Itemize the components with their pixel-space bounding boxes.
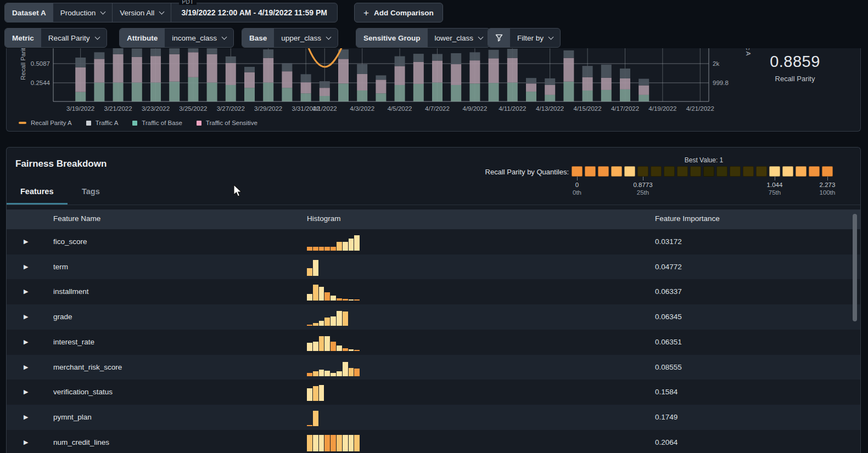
traffic-bar-segment[interactable]: [169, 82, 180, 101]
add-comparison-button[interactable]: + Add Comparison: [354, 3, 443, 22]
traffic-bar-segment[interactable]: [639, 86, 649, 95]
traffic-bar-segment[interactable]: [132, 48, 142, 57]
traffic-bar-segment[interactable]: [395, 66, 405, 85]
traffic-bar-segment[interactable]: [320, 88, 330, 96]
sensitive-dropdown[interactable]: lower_class: [428, 29, 490, 47]
traffic-bar-segment[interactable]: [244, 88, 255, 101]
traffic-bar-segment[interactable]: [451, 85, 461, 101]
row-expand-icon[interactable]: ▶: [24, 338, 31, 346]
traffic-bar-segment[interactable]: [320, 96, 330, 101]
traffic-bar-segment[interactable]: [301, 82, 311, 93]
quantile-square[interactable]: [822, 166, 833, 177]
traffic-bar-segment[interactable]: [244, 72, 255, 88]
environment-dropdown[interactable]: Production: [53, 3, 113, 22]
traffic-bar-segment[interactable]: [150, 83, 161, 102]
traffic-bar-segment[interactable]: [620, 78, 630, 89]
traffic-bar-segment[interactable]: [489, 50, 499, 59]
quantile-square[interactable]: [730, 166, 741, 177]
traffic-bar-segment[interactable]: [432, 60, 443, 82]
traffic-bar-segment[interactable]: [188, 77, 198, 101]
traffic-bar-segment[interactable]: [507, 49, 518, 58]
traffic-bar-segment[interactable]: [545, 78, 555, 85]
traffic-bar-segment[interactable]: [563, 82, 574, 101]
traffic-bar-segment[interactable]: [563, 50, 574, 58]
traffic-bar-segment[interactable]: [620, 89, 630, 101]
traffic-bar-segment[interactable]: [583, 77, 593, 90]
traffic-bar-segment[interactable]: [601, 65, 612, 78]
quantile-square[interactable]: [809, 166, 820, 177]
traffic-bar-segment[interactable]: [282, 71, 292, 88]
traffic-bar-segment[interactable]: [545, 95, 555, 101]
traffic-bar-segment[interactable]: [338, 59, 349, 83]
tab-tags[interactable]: Tags: [82, 187, 100, 196]
traffic-bar-segment[interactable]: [376, 75, 386, 80]
quantile-square[interactable]: [769, 166, 780, 177]
tab-features[interactable]: Features: [20, 187, 53, 196]
traffic-bar-segment[interactable]: [113, 54, 124, 83]
traffic-bar-segment[interactable]: [94, 52, 104, 59]
traffic-bar-segment[interactable]: [150, 56, 161, 82]
traffic-bar-segment[interactable]: [563, 58, 574, 82]
version-dropdown[interactable]: Version All: [113, 3, 171, 22]
traffic-bar-segment[interactable]: [432, 83, 443, 102]
traffic-bar-segment[interactable]: [526, 92, 536, 101]
traffic-bar-segment[interactable]: [207, 54, 217, 83]
traffic-bar-segment[interactable]: [545, 85, 555, 95]
traffic-bar-segment[interactable]: [263, 58, 273, 83]
traffic-bar-segment[interactable]: [395, 56, 405, 66]
traffic-bar-segment[interactable]: [263, 83, 273, 102]
traffic-bar-segment[interactable]: [639, 79, 649, 86]
quantile-square[interactable]: [664, 166, 675, 177]
quantile-square[interactable]: [585, 166, 596, 177]
feature-row-term[interactable]: ▶term0.04772: [7, 254, 861, 280]
traffic-bar-segment[interactable]: [226, 85, 236, 101]
feature-row-interest_rate[interactable]: ▶interest_rate0.06351: [7, 330, 861, 355]
traffic-bar-segment[interactable]: [357, 90, 367, 101]
traffic-bar-segment[interactable]: [469, 83, 480, 101]
quantile-square[interactable]: [782, 166, 793, 177]
date-range-picker[interactable]: PDT 3/19/2022 12:00 AM - 4/19/2022 11:59…: [171, 3, 337, 22]
traffic-bar-segment[interactable]: [469, 52, 480, 60]
quantile-square[interactable]: [677, 166, 688, 177]
legend-item[interactable]: Traffic of Sensitive: [197, 120, 257, 126]
traffic-bar-segment[interactable]: [338, 83, 349, 101]
legend-item[interactable]: Traffic A: [86, 120, 119, 126]
traffic-bar-segment[interactable]: [320, 81, 330, 88]
traffic-bar-segment[interactable]: [469, 60, 480, 83]
traffic-bar-segment[interactable]: [639, 95, 649, 101]
quantile-square[interactable]: [611, 166, 622, 177]
traffic-bar-segment[interactable]: [244, 67, 255, 72]
table-scrollbar[interactable]: [853, 214, 857, 321]
quantile-square[interactable]: [743, 166, 754, 177]
traffic-bar-segment[interactable]: [601, 90, 612, 101]
traffic-bar-segment[interactable]: [169, 54, 180, 82]
quantile-square[interactable]: [598, 166, 609, 177]
quantile-square[interactable]: [637, 166, 648, 177]
traffic-bar-segment[interactable]: [75, 67, 86, 92]
traffic-bar-segment[interactable]: [526, 83, 536, 92]
row-expand-icon[interactable]: ▶: [24, 438, 31, 446]
row-expand-icon[interactable]: ▶: [24, 263, 31, 270]
traffic-bar-segment[interactable]: [150, 48, 161, 56]
row-expand-icon[interactable]: ▶: [24, 313, 31, 320]
row-expand-icon[interactable]: ▶: [24, 287, 31, 295]
traffic-bar-segment[interactable]: [282, 63, 292, 71]
traffic-bar-segment[interactable]: [75, 92, 86, 101]
traffic-bar-segment[interactable]: [376, 93, 386, 101]
traffic-bar-segment[interactable]: [583, 90, 593, 101]
feature-row-merchant_risk_score[interactable]: ▶merchant_risk_score0.08555: [7, 355, 861, 380]
traffic-bar-segment[interactable]: [413, 54, 424, 62]
quantile-square[interactable]: [756, 166, 767, 177]
quantile-square[interactable]: [716, 166, 727, 177]
traffic-bar-segment[interactable]: [301, 74, 311, 82]
traffic-bar-segment[interactable]: [75, 58, 86, 67]
traffic-bar-segment[interactable]: [507, 83, 518, 102]
traffic-bar-segment[interactable]: [526, 78, 536, 83]
traffic-bar-segment[interactable]: [583, 66, 593, 77]
traffic-bar-segment[interactable]: [507, 58, 518, 83]
traffic-bar-segment[interactable]: [94, 83, 104, 102]
traffic-bar-segment[interactable]: [94, 59, 104, 82]
traffic-bar-segment[interactable]: [376, 80, 386, 93]
feature-row-verification_status[interactable]: ▶verification_status0.1584: [7, 380, 861, 405]
traffic-bar-segment[interactable]: [113, 83, 124, 102]
